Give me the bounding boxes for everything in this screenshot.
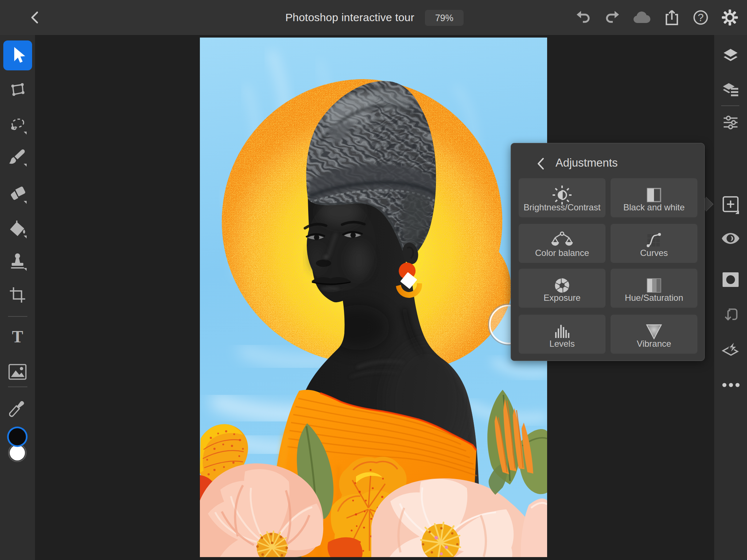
svg-text:T: T [12,328,23,345]
svg-text:?: ? [698,12,704,23]
